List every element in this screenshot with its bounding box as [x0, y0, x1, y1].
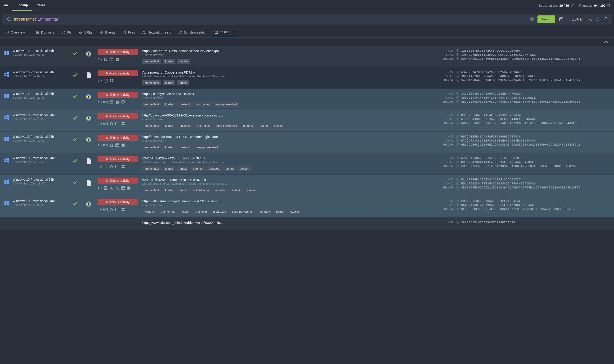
- subtab-synchronization[interactable]: Synchronization: [175, 28, 211, 37]
- tag[interactable]: webdav: [142, 209, 157, 214]
- copy-icon[interactable]: [456, 71, 459, 74]
- task-row[interactable]: Windows 10 Professional 64bit 9 December…: [0, 46, 614, 67]
- copy-icon[interactable]: [456, 139, 459, 142]
- copy-icon[interactable]: [456, 49, 459, 52]
- tag[interactable]: stealer: [244, 188, 257, 193]
- tag[interactable]: arch-exec: [195, 123, 212, 128]
- tag[interactable]: emmenhtal: [142, 145, 161, 150]
- copy-icon[interactable]: [456, 79, 459, 82]
- task-row[interactable]: Windows 10 Professional 64bit 6 December…: [0, 110, 614, 131]
- task-title[interactable]: 624101f6b4285e2425c8851c2350d787.lnk: [142, 178, 436, 182]
- tag[interactable]: autoit-loader: [191, 188, 211, 193]
- task-title[interactable]: https://klipmybekoe.shop/DUV.mp4: [142, 92, 436, 96]
- subtab-events[interactable]: Events: [97, 28, 119, 37]
- copy-icon[interactable]: [456, 182, 459, 185]
- subtab-urls[interactable]: URLs: [76, 28, 96, 37]
- tag[interactable]: loader: [163, 188, 175, 193]
- copy-icon[interactable]: [456, 208, 459, 210]
- copy-icon[interactable]: [456, 204, 459, 206]
- task-row[interactable]: Windows 10 Professional 64bit 6 December…: [0, 131, 614, 153]
- copy-icon[interactable]: [456, 53, 459, 56]
- task-title[interactable]: Agreement for Cooperation.PDF.lnk: [142, 70, 436, 74]
- export-tasks-button[interactable]: [602, 38, 610, 46]
- tag[interactable]: stealer: [272, 123, 285, 128]
- task-row[interactable]: Windows 10 Professional 64bit 6 December…: [0, 89, 614, 110]
- tag[interactable]: amadey: [257, 209, 272, 214]
- task-title[interactable]: http://download-695-18112-001-webdav-log…: [142, 113, 436, 117]
- copy-icon[interactable]: [456, 199, 459, 202]
- copy-icon[interactable]: [456, 114, 459, 117]
- tag[interactable]: stealer: [288, 209, 301, 214]
- copy-icon[interactable]: [456, 122, 459, 125]
- tag[interactable]: botnet: [223, 166, 236, 171]
- tag[interactable]: pastebin: [177, 145, 193, 150]
- tag[interactable]: botnet: [257, 123, 270, 128]
- copy-icon[interactable]: [456, 178, 459, 181]
- subtab-files[interactable]: Files: [120, 28, 138, 37]
- copy-icon[interactable]: [456, 143, 459, 146]
- tag[interactable]: autoit: [177, 166, 189, 171]
- copy-icon[interactable]: [456, 135, 459, 138]
- tag[interactable]: autoit: [177, 188, 189, 193]
- tag[interactable]: emmenhtal: [142, 123, 161, 128]
- tag[interactable]: botnet: [274, 209, 286, 214]
- copy-icon[interactable]: [456, 160, 459, 163]
- external-link-icon[interactable]: [571, 4, 574, 7]
- menu-icon[interactable]: [4, 4, 8, 8]
- tab-yara[interactable]: YARA: [32, 0, 50, 11]
- tag[interactable]: loader: [163, 102, 175, 107]
- task-title[interactable]: https://all-instructions-pdf.cdn-serveri…: [142, 199, 436, 203]
- tag[interactable]: pastebin: [194, 209, 209, 214]
- subtab-ips[interactable]: IPs: [58, 28, 75, 37]
- task-title[interactable]: 624101f6b4285e2425c8851c2350d787.lnk: [142, 156, 436, 160]
- tag[interactable]: pastebin: [177, 123, 193, 128]
- copy-icon[interactable]: [456, 165, 459, 168]
- copy-icon[interactable]: [456, 92, 459, 95]
- tag[interactable]: susp-powershell: [214, 102, 239, 107]
- tag[interactable]: emmenhtal: [142, 80, 161, 85]
- tag[interactable]: loader: [163, 145, 175, 150]
- subtab-overview[interactable]: Overview: [2, 28, 28, 37]
- tag[interactable]: loader: [179, 209, 192, 214]
- search-button[interactable]: Search: [537, 15, 555, 23]
- tag[interactable]: loader: [163, 166, 175, 171]
- notifications-button[interactable]: [602, 15, 610, 23]
- subtab-network-threats[interactable]: Network threats: [139, 28, 174, 37]
- task-row[interactable]: Windows 10 Professional 64bit 6 December…: [0, 196, 614, 217]
- subtab-tasks[interactable]: Tasks 35: [212, 27, 236, 37]
- task-row[interactable]: Windows 10 Professional 64bit 6 December…: [0, 174, 614, 196]
- time-period[interactable]: 180D: [569, 17, 586, 22]
- clear-search-button[interactable]: [529, 16, 535, 22]
- copy-icon[interactable]: [456, 117, 459, 120]
- copy-icon[interactable]: [456, 156, 459, 159]
- tag[interactable]: autoit: [177, 80, 189, 85]
- tag[interactable]: susp-powershell: [195, 145, 220, 150]
- tag[interactable]: loader: [163, 59, 175, 64]
- search-input[interactable]: threatName:"Emmenhtal": [14, 17, 529, 22]
- tag[interactable]: loader: [163, 80, 175, 85]
- download-button[interactable]: [586, 15, 594, 23]
- tag[interactable]: stealer: [238, 166, 251, 171]
- tag[interactable]: amadey: [213, 188, 228, 193]
- tag[interactable]: emmenhtal: [142, 188, 161, 193]
- bookmark-button[interactable]: [594, 15, 602, 23]
- query-builder-button[interactable]: [557, 15, 565, 23]
- tag[interactable]: emmenhtal: [142, 166, 161, 171]
- tag[interactable]: opendir: [191, 166, 205, 171]
- task-row[interactable]: x https_www.cdw.com_0.indexeddb.leveldb\…: [0, 217, 614, 230]
- tab-lookup[interactable]: Lookup: [12, 0, 32, 11]
- tag[interactable]: emmenhtal: [142, 59, 161, 64]
- tag[interactable]: pastebin: [177, 102, 193, 107]
- task-row[interactable]: Windows 10 Professional 64bit 9 December…: [0, 67, 614, 89]
- copy-icon[interactable]: [456, 186, 459, 189]
- task-title[interactable]: https://sos-de-fra-1.exo.io/sandisk/secu…: [142, 49, 436, 53]
- tag[interactable]: emmenhtal: [142, 102, 161, 107]
- tag[interactable]: emmenhtal: [159, 209, 177, 214]
- tag[interactable]: amadey: [241, 123, 256, 128]
- tag[interactable]: susp-powershell: [230, 209, 255, 214]
- copy-icon[interactable]: [456, 96, 459, 99]
- tag[interactable]: susp-powershell: [214, 123, 239, 128]
- external-link-icon[interactable]: [607, 4, 610, 7]
- copy-icon[interactable]: [456, 221, 459, 224]
- tag[interactable]: loader: [163, 123, 175, 128]
